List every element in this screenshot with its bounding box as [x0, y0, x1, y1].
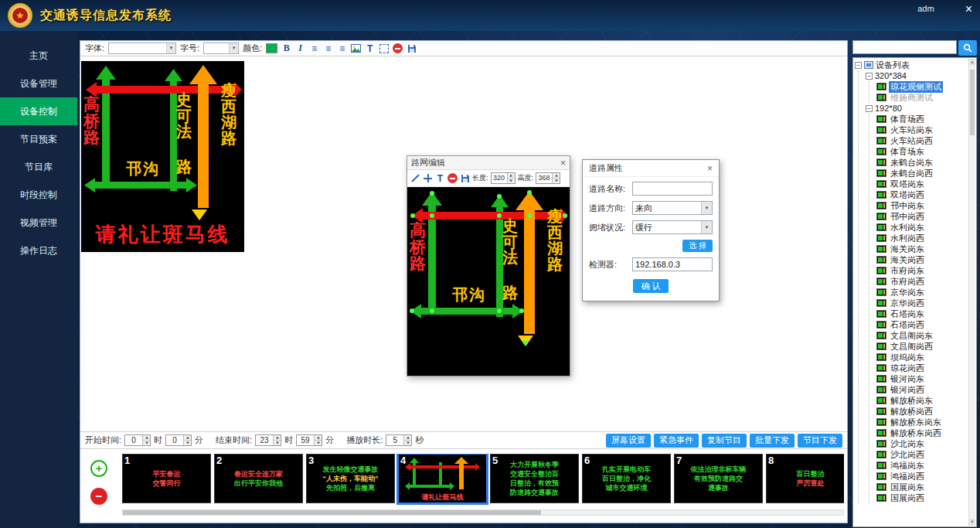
select-button[interactable]: 选 择 — [682, 240, 713, 252]
playlist-item[interactable]: 8 — [766, 454, 844, 503]
start-minute-input[interactable]: 0 — [165, 434, 192, 446]
device-tree-item[interactable]: 解放桥岗东 — [876, 395, 968, 406]
device-tree-item[interactable]: 双塔岗西 — [876, 189, 968, 200]
collapse-icon[interactable]: − — [855, 62, 862, 69]
action-button[interactable]: 紧急事件 — [654, 434, 699, 448]
device-tree-item[interactable]: 解放桥东岗东 — [876, 417, 968, 428]
device-tree-item[interactable]: 市府岗东 — [876, 265, 968, 276]
remove-icon[interactable] — [447, 172, 458, 184]
device-tree-item[interactable]: 海关岗东 — [876, 244, 968, 254]
scroll-up-icon[interactable]: ▲ — [969, 59, 975, 66]
nav-item[interactable]: 设备控制 — [0, 97, 77, 125]
nav-item[interactable]: 节目预案 — [0, 125, 77, 153]
length-input[interactable]: 320 — [491, 172, 516, 184]
device-tree-item[interactable]: 体育场东 — [876, 146, 968, 157]
road-direction-select[interactable]: 来向 ▼ — [632, 201, 713, 215]
device-tree-item[interactable]: 火车站岗西 — [876, 135, 968, 146]
playlist-item[interactable]: 3 — [306, 454, 395, 503]
road-name-input[interactable] — [632, 182, 713, 196]
move-icon[interactable] — [423, 172, 433, 184]
device-tree-item[interactable]: 维扬商测试 — [876, 92, 968, 103]
playlist-item[interactable]: 6 — [582, 454, 671, 503]
nav-item[interactable]: 视频管理 — [0, 209, 77, 237]
draw-line-icon[interactable] — [410, 172, 420, 184]
scrollbar-thumb[interactable] — [123, 510, 541, 515]
close-icon[interactable]: × — [560, 158, 566, 169]
device-tree-item[interactable]: 来鹤台岗西 — [876, 168, 968, 179]
device-tree-item[interactable]: 银河岗西 — [876, 384, 968, 395]
playlist-item[interactable]: 7 — [674, 454, 763, 503]
save-icon[interactable] — [407, 43, 417, 54]
device-tree-item[interactable]: 海关岗西 — [876, 254, 968, 265]
text-tool-icon[interactable]: T — [435, 172, 445, 184]
device-tree-item[interactable]: 邗中岗东 — [876, 200, 968, 211]
collapse-icon[interactable]: − — [866, 105, 873, 112]
remove-icon[interactable] — [393, 43, 403, 54]
remove-program-button[interactable]: − — [90, 488, 107, 505]
congestion-select[interactable]: 缓行 ▼ — [632, 220, 713, 234]
align-right-icon[interactable]: ≡ — [337, 43, 347, 54]
height-input[interactable]: 368 — [536, 172, 560, 184]
nav-item[interactable]: 设备管理 — [0, 70, 77, 97]
close-icon[interactable]: × — [707, 163, 713, 174]
save-icon[interactable] — [460, 172, 470, 184]
collapse-icon[interactable]: − — [866, 73, 873, 80]
bold-icon[interactable]: B — [281, 43, 291, 54]
device-tree-item[interactable]: 水利岗西 — [876, 233, 968, 244]
end-minute-input[interactable]: 59 — [296, 434, 322, 446]
device-tree-item[interactable]: 文昌阁岗西 — [876, 341, 968, 352]
device-tree-item[interactable]: 鸿福岗东 — [876, 460, 968, 471]
device-tree-item[interactable]: 沙北岗东 — [876, 438, 968, 449]
end-hour-input[interactable]: 23 — [255, 434, 281, 446]
playlist-scrollbar[interactable] — [122, 509, 844, 516]
search-input[interactable] — [852, 40, 957, 54]
device-tree-item[interactable]: 琼花观侧测试 — [876, 81, 968, 92]
color-swatch[interactable] — [266, 43, 277, 53]
device-tree-item[interactable]: 京华岗东 — [876, 287, 968, 298]
road-network-canvas[interactable]: 高桥路 史可法 路 邗沟 瘦西湖路 — [407, 187, 570, 376]
device-tree-item[interactable]: 解放桥东岗西 — [876, 428, 968, 438]
playlist-item[interactable]: 2 — [214, 454, 303, 503]
device-tree-item[interactable]: 沙北岗西 — [876, 449, 968, 460]
device-tree-item[interactable]: 双塔岗东 — [876, 179, 968, 189]
nav-item[interactable]: 节目库 — [0, 153, 77, 181]
search-button[interactable] — [958, 40, 977, 56]
detector-input[interactable]: 192.168.0.3 — [632, 257, 713, 271]
playlist-item[interactable]: 4 — [398, 454, 487, 503]
device-tree-item[interactable]: 水利岗东 — [876, 222, 968, 233]
confirm-button[interactable]: 确 认 — [633, 279, 668, 293]
add-program-button[interactable]: + — [90, 460, 107, 477]
action-button[interactable]: 屏幕设置 — [606, 434, 651, 448]
align-left-icon[interactable]: ≡ — [309, 43, 319, 54]
nav-item[interactable]: 操作日志 — [0, 237, 77, 264]
frame-icon[interactable] — [379, 43, 389, 54]
align-center-icon[interactable]: ≡ — [323, 43, 333, 54]
nav-item[interactable]: 时段控制 — [0, 181, 77, 209]
size-select[interactable]: ▼ — [203, 43, 239, 54]
device-tree-item[interactable]: 市府岗西 — [876, 276, 968, 287]
device-tree-item[interactable]: 琼花岗西 — [876, 363, 968, 373]
device-tree-item[interactable]: 来鹤台岗东 — [876, 157, 968, 168]
image-icon[interactable] — [351, 43, 361, 54]
device-tree-item[interactable]: 鸿福岗西 — [876, 471, 968, 482]
device-tree-item[interactable]: 银河岗东 — [876, 373, 968, 384]
scroll-down-icon[interactable]: ▼ — [969, 519, 975, 526]
device-tree-item[interactable]: 解放桥岗西 — [876, 406, 968, 417]
italic-icon[interactable]: I — [295, 43, 305, 54]
device-tree-item[interactable]: 文昌阁岗东 — [876, 330, 968, 341]
action-button[interactable]: 节目下发 — [798, 434, 842, 448]
device-tree-item[interactable]: 国展岗西 — [876, 492, 968, 503]
playlist-item[interactable]: 5 — [490, 454, 579, 503]
device-tree-item[interactable]: 坝坞岗东 — [876, 352, 968, 363]
device-tree-item[interactable]: 体育场西 — [876, 114, 968, 124]
user-label[interactable]: adm — [917, 4, 934, 13]
playlist-item[interactable]: 1 — [122, 454, 211, 503]
device-tree-item[interactable]: 火车站岗东 — [876, 124, 968, 135]
scrollbar-thumb[interactable] — [970, 70, 975, 135]
font-select[interactable]: ▼ — [108, 43, 176, 54]
tree-group-label[interactable]: 320*384 — [875, 71, 907, 80]
action-button[interactable]: 复制节目 — [702, 434, 747, 448]
start-hour-input[interactable]: 0 — [124, 434, 151, 446]
device-tree-item[interactable]: 国展岗东 — [876, 482, 968, 492]
close-icon[interactable]: × — [965, 4, 972, 15]
